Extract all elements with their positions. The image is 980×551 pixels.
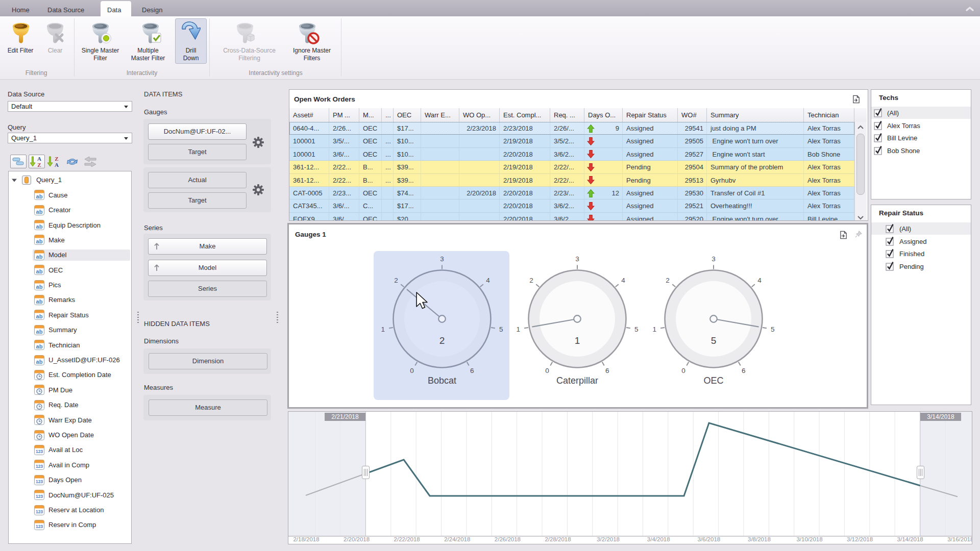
svg-text:1: 1 [517,325,521,333]
svg-text:5: 5 [771,325,775,333]
svg-text:6: 6 [742,367,746,374]
svg-text:2: 2 [666,277,670,284]
svg-text:1: 1 [575,335,580,346]
svg-text:6: 6 [605,367,609,374]
svg-text:5: 5 [634,325,639,333]
svg-text:4: 4 [621,277,625,284]
svg-text:2/22/2018: 2/22/2018 [394,536,420,542]
svg-text:Z: Z [37,162,41,168]
svg-text:0: 0 [410,367,414,374]
svg-text:2/28/2018: 2/28/2018 [545,536,571,542]
svg-text:2: 2 [529,277,533,284]
svg-text:3/10/2018: 3/10/2018 [796,536,822,542]
svg-text:3/2/2018: 3/2/2018 [597,536,620,542]
svg-text:4: 4 [486,277,490,284]
svg-text:A: A [55,162,59,168]
svg-text:2/24/2018: 2/24/2018 [444,536,470,542]
svg-text:3/14/2018: 3/14/2018 [897,536,923,542]
svg-text:1: 1 [653,325,657,333]
svg-text:4: 4 [757,277,762,284]
svg-text:5: 5 [711,335,717,346]
svg-text:0: 0 [545,367,549,374]
svg-text:5: 5 [499,325,503,333]
svg-text:3/4/2018: 3/4/2018 [647,536,670,542]
svg-text:0: 0 [681,367,685,374]
svg-text:3: 3 [575,255,579,263]
svg-text:3: 3 [712,255,716,263]
svg-text:2/26/2018: 2/26/2018 [495,536,521,542]
svg-text:1: 1 [381,325,385,333]
svg-text:2/18/2018: 2/18/2018 [293,536,319,542]
svg-text:3/12/2018: 3/12/2018 [847,536,873,542]
svg-text:2: 2 [394,277,398,284]
svg-text:6: 6 [470,367,474,374]
svg-text:3/6/2018: 3/6/2018 [697,536,720,542]
svg-text:Z: Z [55,156,58,162]
svg-text:3/8/2018: 3/8/2018 [748,536,771,542]
svg-text:A: A [37,156,41,162]
svg-text:3: 3 [440,255,444,263]
svg-text:2/20/2018: 2/20/2018 [344,536,370,542]
svg-text:2: 2 [439,335,445,346]
svg-text:3/16/2018: 3/16/2018 [947,536,972,542]
